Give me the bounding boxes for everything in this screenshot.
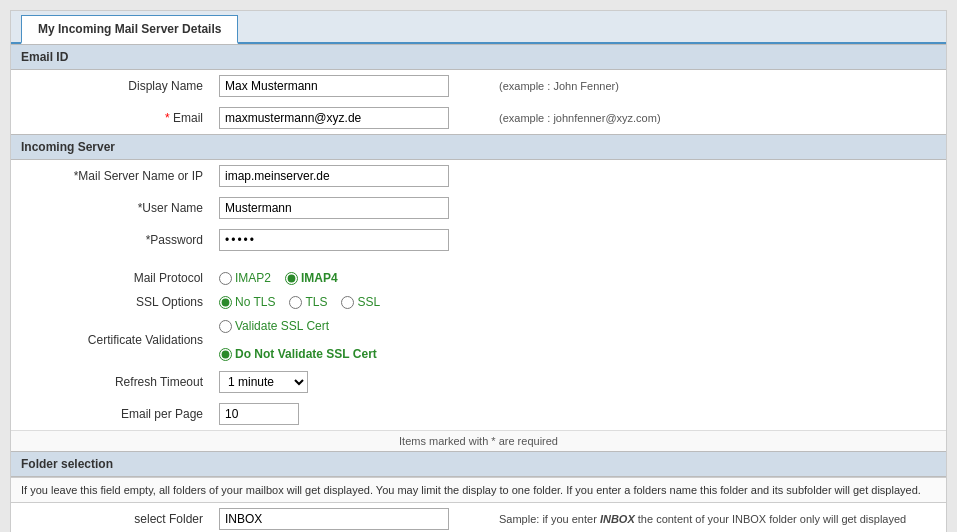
folder-sample-bold: INBOX bbox=[600, 513, 635, 525]
label-no-validate-ssl: Do Not Validate SSL Cert bbox=[235, 347, 377, 361]
refresh-timeout-select[interactable]: 1 minute 5 minutes 10 minutes 30 minutes bbox=[219, 371, 308, 393]
label-display-name: Display Name bbox=[11, 70, 211, 102]
row-email-per-page: Email per Page bbox=[11, 398, 946, 430]
mail-protocol-group: IMAP2 IMAP4 bbox=[219, 271, 483, 285]
radio-item-ssl: SSL bbox=[341, 295, 380, 309]
label-imap2: IMAP2 bbox=[235, 271, 271, 285]
row-cert-validations: Certificate Validations Validate SSL Cer… bbox=[11, 314, 946, 366]
row-ssl-options: SSL Options No TLS TLS SSL bbox=[11, 290, 946, 314]
label-refresh-timeout: Refresh Timeout bbox=[11, 366, 211, 398]
hint-mail-server bbox=[491, 160, 946, 192]
folder-sample-cell: Sample: if you enter INBOX the content o… bbox=[491, 503, 946, 533]
input-cell-cert-validations: Validate SSL Cert Do Not Validate SSL Ce… bbox=[211, 314, 491, 366]
radio-item-no-tls: No TLS bbox=[219, 295, 275, 309]
radio-imap4[interactable] bbox=[285, 272, 298, 285]
user-name-input[interactable] bbox=[219, 197, 449, 219]
label-validate-ssl: Validate SSL Cert bbox=[235, 319, 329, 333]
tab-incoming-mail[interactable]: My Incoming Mail Server Details bbox=[21, 15, 238, 44]
row-user-name: *User Name bbox=[11, 192, 946, 224]
radio-item-no-validate: Do Not Validate SSL Cert bbox=[219, 347, 377, 361]
input-cell-mail-server bbox=[211, 160, 491, 192]
row-display-name: Display Name (example : John Fenner) bbox=[11, 70, 946, 102]
input-cell-display-name bbox=[211, 70, 491, 102]
radio-item-imap2: IMAP2 bbox=[219, 271, 271, 285]
folder-info-row: If you leave this field empty, all folde… bbox=[11, 478, 946, 503]
folder-info-text: If you leave this field empty, all folde… bbox=[11, 478, 946, 503]
label-user-name: *User Name bbox=[11, 192, 211, 224]
radio-no-validate-ssl[interactable] bbox=[219, 348, 232, 361]
folder-sample-post: the content of your INBOX folder only wi… bbox=[635, 513, 906, 525]
email-per-page-input[interactable] bbox=[219, 403, 299, 425]
email-input[interactable] bbox=[219, 107, 449, 129]
row-email: * Email (example : johnfenner@xyz.com) bbox=[11, 102, 946, 134]
radio-validate-ssl[interactable] bbox=[219, 320, 232, 333]
input-cell-user-name bbox=[211, 192, 491, 224]
input-cell-email bbox=[211, 102, 491, 134]
folder-sample-pre: Sample: if you enter bbox=[499, 513, 600, 525]
hint-user-name bbox=[491, 192, 946, 224]
cert-validations-group: Validate SSL Cert Do Not Validate SSL Ce… bbox=[219, 319, 483, 361]
radio-ssl[interactable] bbox=[341, 296, 354, 309]
hint-cert-validations bbox=[491, 314, 946, 366]
input-cell-select-folder bbox=[211, 503, 491, 533]
radio-item-tls: TLS bbox=[289, 295, 327, 309]
hint-password bbox=[491, 224, 946, 256]
row-select-folder: select Folder Sample: if you enter INBOX… bbox=[11, 503, 946, 533]
input-cell-password bbox=[211, 224, 491, 256]
select-folder-input[interactable] bbox=[219, 508, 449, 530]
label-imap4: IMAP4 bbox=[301, 271, 338, 285]
hint-ssl-options bbox=[491, 290, 946, 314]
password-input[interactable] bbox=[219, 229, 449, 251]
radio-tls[interactable] bbox=[289, 296, 302, 309]
row-refresh-timeout: Refresh Timeout 1 minute 5 minutes 10 mi… bbox=[11, 366, 946, 398]
required-notice: Items marked with * are required bbox=[11, 430, 946, 451]
ssl-options-group: No TLS TLS SSL bbox=[219, 295, 483, 309]
input-cell-mail-protocol: IMAP2 IMAP4 bbox=[211, 266, 491, 290]
label-ssl-options: SSL Options bbox=[11, 290, 211, 314]
tab-bar: My Incoming Mail Server Details bbox=[11, 11, 946, 44]
label-select-folder: select Folder bbox=[11, 503, 211, 533]
label-email-per-page: Email per Page bbox=[11, 398, 211, 430]
label-password: *Password bbox=[11, 224, 211, 256]
radio-no-tls[interactable] bbox=[219, 296, 232, 309]
radio-item-validate: Validate SSL Cert bbox=[219, 319, 329, 333]
label-ssl: SSL bbox=[357, 295, 380, 309]
row-mail-protocol: Mail Protocol IMAP2 IMAP4 bbox=[11, 266, 946, 290]
radio-imap2[interactable] bbox=[219, 272, 232, 285]
input-cell-email-per-page bbox=[211, 398, 491, 430]
input-cell-ssl-options: No TLS TLS SSL bbox=[211, 290, 491, 314]
required-star-email: * bbox=[165, 111, 173, 125]
label-cert-validations: Certificate Validations bbox=[11, 314, 211, 366]
label-tls: TLS bbox=[305, 295, 327, 309]
display-name-input[interactable] bbox=[219, 75, 449, 97]
hint-email-per-page bbox=[491, 398, 946, 430]
hint-mail-protocol bbox=[491, 266, 946, 290]
divider-row-1 bbox=[11, 256, 946, 266]
section-incoming-server: Incoming Server bbox=[11, 134, 946, 160]
label-mail-protocol: Mail Protocol bbox=[11, 266, 211, 290]
label-email: * Email bbox=[11, 102, 211, 134]
mail-server-input[interactable] bbox=[219, 165, 449, 187]
row-mail-server: *Mail Server Name or IP bbox=[11, 160, 946, 192]
label-no-tls: No TLS bbox=[235, 295, 275, 309]
row-password: *Password bbox=[11, 224, 946, 256]
hint-email: (example : johnfenner@xyz.com) bbox=[491, 102, 946, 134]
section-email-id: Email ID bbox=[11, 44, 946, 70]
section-folder-selection: Folder selection bbox=[11, 451, 946, 477]
radio-item-imap4: IMAP4 bbox=[285, 271, 338, 285]
hint-display-name: (example : John Fenner) bbox=[491, 70, 946, 102]
label-mail-server: *Mail Server Name or IP bbox=[11, 160, 211, 192]
input-cell-refresh-timeout: 1 minute 5 minutes 10 minutes 30 minutes bbox=[211, 366, 491, 398]
hint-refresh-timeout bbox=[491, 366, 946, 398]
